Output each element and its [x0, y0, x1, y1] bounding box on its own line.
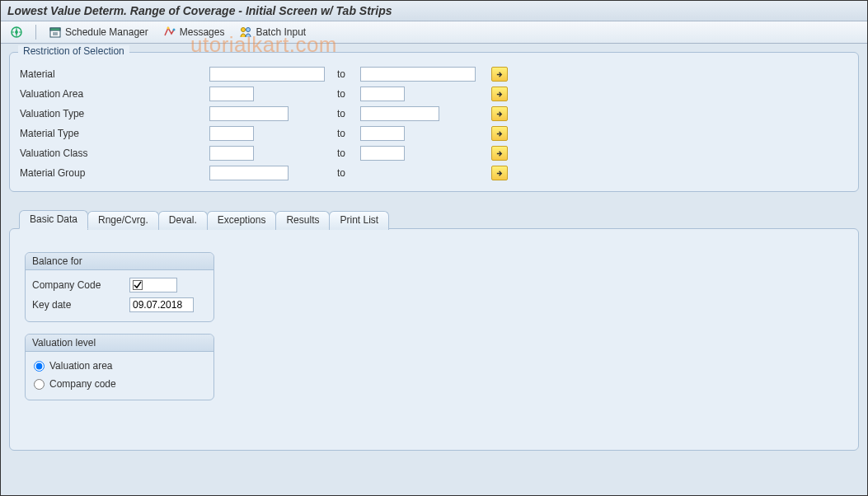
multiple-selection-button[interactable] — [491, 67, 508, 82]
separator — [35, 25, 36, 40]
messages-icon — [163, 26, 176, 39]
checkmark-icon — [133, 280, 143, 290]
multiple-selection-button[interactable] — [491, 87, 508, 101]
batch-input-label: Batch Input — [256, 26, 306, 38]
from-input[interactable] — [209, 106, 289, 121]
messages-label: Messages — [180, 26, 225, 38]
from-input[interactable] — [209, 87, 254, 101]
key-date-label: Key date — [32, 299, 129, 311]
selection-row: Valuation Classto — [20, 143, 848, 163]
balance-for-group: Balance for Company Code Key date — [25, 252, 214, 322]
calendar-icon — [49, 26, 62, 39]
selection-row: Valuation Areato — [20, 84, 848, 104]
valuation-level-group: Valuation level Valuation area Company c… — [25, 334, 214, 400]
svg-point-8 — [246, 28, 251, 32]
multiple-selection-button[interactable] — [491, 126, 508, 141]
selection-label: Material Type — [20, 128, 209, 139]
company-code-radio[interactable] — [34, 379, 45, 390]
to-input[interactable] — [360, 87, 405, 101]
from-input[interactable] — [209, 146, 254, 161]
tab-results[interactable]: Results — [275, 211, 330, 230]
company-code-field[interactable] — [129, 278, 177, 292]
multiple-selection-button[interactable] — [491, 166, 508, 180]
selection-label: Material — [20, 68, 209, 80]
to-label: to — [337, 167, 360, 179]
selection-label: Material Group — [20, 167, 209, 179]
selection-label: Valuation Area — [20, 88, 209, 100]
tab-print-list[interactable]: Print List — [329, 211, 389, 230]
messages-button[interactable]: Messages — [159, 24, 229, 40]
valuation-level-title: Valuation level — [26, 335, 213, 352]
company-code-label: Company Code — [32, 279, 129, 291]
selection-row: Material Typeto — [20, 124, 848, 143]
to-input[interactable] — [360, 67, 476, 82]
to-input[interactable] — [360, 106, 439, 121]
batch-input-icon — [239, 26, 252, 39]
selection-label: Valuation Class — [20, 147, 209, 159]
restriction-title: Restriction of Selection — [18, 45, 129, 57]
selection-row: Materialto — [20, 64, 848, 84]
svg-point-6 — [172, 29, 175, 31]
tab-basic-data[interactable]: Basic Data — [19, 210, 88, 229]
execute-icon — [10, 26, 23, 39]
execute-button[interactable] — [6, 24, 27, 40]
tab-deval[interactable]: Deval. — [158, 211, 208, 230]
svg-rect-2 — [50, 28, 60, 30]
to-label: to — [337, 147, 360, 159]
to-label: to — [337, 88, 360, 100]
multiple-selection-button[interactable] — [491, 106, 508, 121]
tab-exceptions[interactable]: Exceptions — [207, 211, 277, 230]
to-label: to — [337, 128, 360, 139]
tabpane-basic-data: Balance for Company Code Key date — [9, 228, 859, 451]
schedule-manager-label: Schedule Manager — [65, 26, 148, 38]
to-input[interactable] — [360, 126, 405, 141]
from-input[interactable] — [209, 126, 254, 141]
selection-row: Material Groupto — [20, 163, 848, 183]
svg-point-5 — [167, 27, 169, 30]
key-date-input[interactable] — [129, 297, 194, 312]
valuation-area-radio[interactable] — [34, 361, 45, 372]
from-input[interactable] — [209, 67, 325, 82]
valuation-area-radio-label: Valuation area — [49, 360, 113, 372]
selection-label: Valuation Type — [20, 108, 209, 119]
company-code-radio-label: Company code — [49, 378, 116, 390]
restriction-groupbox: Restriction of Selection MaterialtoValua… — [9, 52, 859, 192]
svg-point-7 — [242, 28, 246, 32]
schedule-manager-button[interactable]: Schedule Manager — [45, 24, 152, 40]
to-input[interactable] — [360, 146, 405, 161]
balance-for-title: Balance for — [26, 253, 213, 270]
tabstrip: Basic DataRnge/Cvrg.Deval.ExceptionsResu… — [9, 210, 859, 452]
multiple-selection-button[interactable] — [491, 146, 508, 161]
from-input[interactable] — [209, 166, 289, 180]
to-label: to — [337, 108, 360, 119]
to-label: to — [337, 68, 360, 80]
tab-rnge-cvrg[interactable]: Rnge/Cvrg. — [87, 211, 159, 230]
toolbar: Schedule Manager Messages Batch Input — [1, 21, 867, 44]
batch-input-button[interactable]: Batch Input — [235, 24, 310, 40]
tablist: Basic DataRnge/Cvrg.Deval.ExceptionsResu… — [19, 210, 859, 229]
page-title: Lowest Value Determ. Range of Coverage -… — [1, 1, 867, 21]
selection-row: Valuation Typeto — [20, 104, 848, 124]
